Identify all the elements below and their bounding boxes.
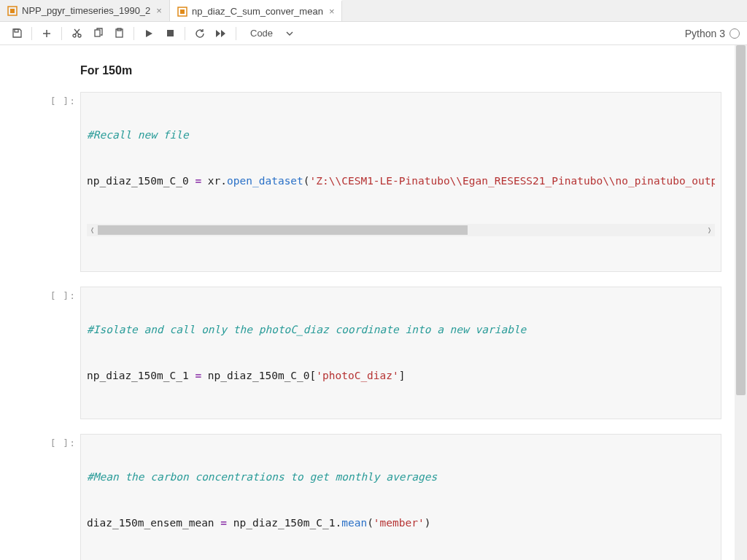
input-prompt: [ ]: (50, 434, 80, 560)
scroll-left-icon[interactable]: ❬ (87, 222, 98, 238)
cut-button[interactable] (67, 24, 86, 43)
stop-button[interactable] (160, 24, 179, 43)
paste-button[interactable] (109, 24, 128, 43)
svg-point-6 (78, 34, 81, 37)
notebook-icon (7, 6, 18, 16)
code-cell[interactable]: [ ]: #Recall new file np_diaz_150m_C_0 =… (0, 92, 735, 272)
scrollbar-thumb[interactable] (736, 45, 746, 395)
kernel-status[interactable]: Python 3 (685, 28, 740, 39)
code-input-area[interactable]: #Isolate and call only the photoC_diaz c… (80, 287, 721, 419)
svg-rect-4 (15, 29, 18, 32)
svg-point-5 (73, 34, 76, 37)
close-icon[interactable]: × (155, 5, 162, 16)
svg-rect-1 (10, 9, 15, 13)
horizontal-scrollbar[interactable]: ❬ ❭ (87, 224, 715, 236)
kernel-idle-icon (729, 28, 740, 39)
input-prompt: [ ]: (50, 92, 80, 272)
notebook-body: For 150m [ ]: #Recall new file np_diaz_1… (0, 45, 735, 560)
copy-button[interactable] (88, 24, 107, 43)
run-button[interactable] (139, 24, 158, 43)
code-cell[interactable]: [ ]: #Isolate and call only the photoC_d… (0, 287, 735, 419)
svg-rect-7 (95, 30, 100, 36)
close-icon[interactable]: × (328, 6, 335, 17)
tab-item[interactable]: np_diaz_C_sum_conver_mean × (170, 0, 343, 21)
code-cell[interactable]: [ ]: #Mean the carbon concentrations to … (0, 434, 735, 560)
restart-button[interactable] (190, 24, 209, 43)
tab-label: np_diaz_C_sum_conver_mean (192, 6, 323, 17)
scroll-right-icon[interactable]: ❭ (704, 222, 715, 238)
tab-label: NPP_pgyr_timeseries_1990_2 (22, 5, 150, 16)
cell-type-select[interactable]: Code (244, 26, 299, 41)
run-all-button[interactable] (212, 24, 231, 43)
cell-type-label: Code (250, 28, 273, 39)
chevron-down-icon (286, 31, 293, 36)
toolbar: Code Python 3 (0, 22, 747, 45)
markdown-heading[interactable]: For 150m (80, 64, 735, 77)
input-prompt: [ ]: (50, 287, 80, 419)
code-input-area[interactable]: #Recall new file np_diaz_150m_C_0 = xr.o… (80, 92, 721, 272)
add-cell-button[interactable] (37, 24, 56, 43)
svg-rect-3 (180, 9, 185, 14)
code-input-area[interactable]: #Mean the carbon concentrations to get m… (80, 434, 721, 560)
notebook-icon (177, 7, 187, 17)
kernel-name: Python 3 (685, 28, 725, 39)
svg-rect-10 (167, 30, 174, 36)
vertical-scrollbar[interactable] (735, 45, 747, 560)
tab-bar: NPP_pgyr_timeseries_1990_2 × np_diaz_C_s… (0, 0, 747, 22)
save-button[interactable] (7, 24, 26, 43)
tab-item[interactable]: NPP_pgyr_timeseries_1990_2 × (0, 0, 170, 21)
